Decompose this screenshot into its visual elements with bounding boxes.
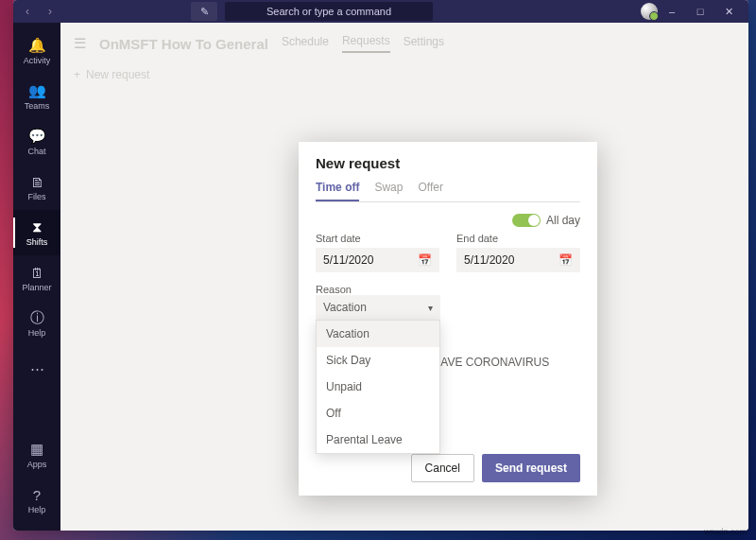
shifts-icon: ⧗ — [28, 218, 45, 235]
window-maximize-button[interactable]: □ — [686, 0, 714, 23]
tab-requests[interactable]: Requests — [342, 34, 390, 53]
modal-tab-offer[interactable]: Offer — [418, 181, 442, 201]
end-date-label: End date — [456, 233, 580, 244]
rail-label: Teams — [25, 101, 50, 111]
cancel-button[interactable]: Cancel — [411, 454, 474, 482]
reason-option[interactable]: Parental Leave — [317, 427, 439, 453]
hamburger-icon[interactable]: ☰ — [74, 35, 86, 52]
modal-tabs: Time off Swap Offer — [316, 181, 580, 202]
rail-shifts[interactable]: ⧗ Shifts — [13, 210, 60, 255]
rail-activity[interactable]: 🔔 Activity — [13, 28, 60, 74]
calendar-icon: 📅 — [418, 253, 432, 267]
new-request-row[interactable]: +New request — [60, 64, 748, 85]
reason-option[interactable]: Unpaid — [317, 374, 439, 400]
rail-label: Shifts — [26, 237, 48, 247]
app-window: ‹ › ✎ Search or type a command – □ ✕ 🔔 A… — [13, 0, 748, 531]
apps-icon: ▦ — [28, 441, 45, 458]
planner-icon: 🗓 — [28, 264, 45, 281]
rail-label: Planner — [22, 283, 51, 292]
rail-chat[interactable]: 💬 Chat — [13, 119, 60, 165]
allday-label: All day — [546, 214, 580, 227]
rail-label: Help — [28, 328, 46, 338]
send-request-button[interactable]: Send request — [482, 454, 580, 482]
teams-icon: 👥 — [28, 82, 45, 99]
calendar-icon: 📅 — [558, 253, 573, 267]
start-date-value: 5/11/2020 — [323, 253, 373, 267]
window-close-button[interactable]: ✕ — [714, 0, 743, 23]
rail-label: Chat — [27, 147, 45, 156]
rail-teams[interactable]: 👥 Teams — [13, 74, 60, 119]
rail-help[interactable]: ⓘ Help — [13, 301, 60, 346]
end-date-input[interactable]: 5/11/2020 📅 — [456, 248, 580, 272]
bell-icon: 🔔 — [28, 37, 45, 54]
chat-icon: 💬 — [28, 128, 45, 145]
rail-label: Help — [28, 505, 46, 514]
rail-label: Apps — [27, 460, 47, 469]
plus-icon: + — [74, 68, 80, 81]
rail-help-bottom[interactable]: ? Help — [13, 478, 60, 523]
rail-files[interactable]: 🗎 Files — [13, 165, 60, 210]
search-input[interactable]: Search or type a command — [225, 2, 433, 21]
new-request-label: New request — [86, 68, 149, 81]
tab-settings[interactable]: Settings — [404, 35, 444, 52]
reason-option[interactable]: Vacation — [317, 321, 439, 347]
team-title: OnMSFT How To General — [99, 36, 268, 52]
rail-more[interactable]: ⋯ — [13, 346, 60, 392]
reason-option[interactable]: Sick Day — [317, 347, 439, 374]
compose-icon[interactable]: ✎ — [191, 2, 217, 21]
rail-label: Files — [27, 192, 45, 201]
modal-tab-swap[interactable]: Swap — [374, 181, 403, 201]
info-icon: ⓘ — [28, 309, 45, 326]
rail-planner[interactable]: 🗓 Planner — [13, 255, 60, 301]
window-minimize-button[interactable]: – — [658, 0, 686, 23]
reason-option[interactable]: Off — [317, 400, 439, 427]
rail-apps[interactable]: ▦ Apps — [13, 432, 60, 478]
tab-schedule[interactable]: Schedule — [282, 35, 329, 52]
more-icon: ⋯ — [28, 360, 45, 377]
app-rail: 🔔 Activity 👥 Teams 💬 Chat 🗎 Files ⧗ Shif… — [13, 23, 60, 531]
avatar[interactable] — [641, 3, 658, 20]
main-area: ☰ OnMSFT How To General Schedule Request… — [60, 23, 748, 531]
nav-forward-button[interactable]: › — [42, 3, 59, 20]
rail-label: Activity — [24, 56, 51, 65]
reason-select[interactable]: Vacation ▾ Vacation Sick Day Unpaid Off … — [316, 295, 440, 320]
end-date-value: 5/11/2020 — [464, 253, 514, 267]
modal-title: New request — [316, 155, 580, 171]
note-value: I HAVE CORONAVIRUS — [426, 356, 549, 369]
new-request-modal: New request Time off Swap Offer All day … — [299, 142, 597, 496]
chevron-down-icon: ▾ — [428, 303, 433, 313]
reason-dropdown: Vacation Sick Day Unpaid Off Parental Le… — [316, 320, 440, 454]
files-icon: 🗎 — [28, 173, 45, 190]
reason-selected-value: Vacation — [323, 301, 367, 314]
modal-tab-timeoff[interactable]: Time off — [316, 181, 359, 201]
allday-toggle[interactable] — [512, 214, 541, 227]
watermark: wsxdn.com — [704, 527, 747, 536]
nav-back-button[interactable]: ‹ — [19, 3, 36, 20]
reason-label: Reason — [316, 284, 580, 295]
start-date-label: Start date — [316, 233, 439, 244]
start-date-input[interactable]: 5/11/2020 📅 — [316, 248, 439, 272]
titlebar: ‹ › ✎ Search or type a command – □ ✕ — [13, 0, 748, 23]
help-icon: ? — [28, 486, 45, 503]
page-header: ☰ OnMSFT How To General Schedule Request… — [60, 23, 748, 64]
